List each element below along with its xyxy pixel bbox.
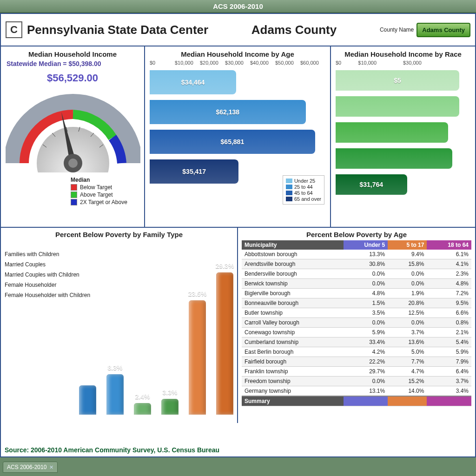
- legend-swatch-icon: [286, 185, 292, 189]
- svg-point-9: [68, 159, 78, 168]
- source-citation: Source: 2006-2010 American Community Sur…: [5, 446, 219, 454]
- sheet-tab-label: ACS 2006-2010: [7, 464, 46, 470]
- table-row[interactable]: Berwick township0.0%0.0%4.8%: [242, 279, 471, 289]
- table-row[interactable]: Conewago township5.9%3.7%2.1%: [242, 328, 471, 337]
- gauge-value: $56,529.00: [6, 72, 139, 84]
- swatch-red-icon: [71, 184, 77, 191]
- table-row[interactable]: Fairfield borough22.2%7.7%7.9%: [242, 357, 471, 367]
- table-row[interactable]: Bonneauville borough1.5%20.8%9.5%: [242, 298, 471, 308]
- legend-swatch-icon: [286, 191, 292, 195]
- hbar-row: $62,138: [150, 98, 325, 126]
- legend-item: Female Householder: [5, 280, 90, 290]
- legend-item: Married Couples with Children: [5, 270, 90, 280]
- county-picker[interactable]: Adams County: [416, 23, 470, 37]
- hbar-row: $5: [336, 68, 470, 93]
- dashboard-sheet: C Pennsylvania State Data Center Adams C…: [0, 13, 476, 457]
- hbar-row: $65,881: [150, 128, 325, 156]
- income-by-race-axis: $0$10,000$30,000: [336, 60, 470, 66]
- table-header[interactable]: 5 to 17: [388, 240, 427, 250]
- income-by-age-axis: $0$10,000$20,000$30,000$40,000$50,000$60…: [150, 60, 325, 66]
- gauge-title: Median Household Income: [6, 50, 139, 58]
- table-row[interactable]: Butler township3.5%12.5%6.6%: [242, 308, 471, 318]
- table-row[interactable]: Abbottstown borough13.3%9.4%6.1%: [242, 250, 471, 259]
- swatch-green-icon: [71, 192, 77, 198]
- table-header[interactable]: 18 to 64: [427, 240, 471, 250]
- legend-swatch-icon: [286, 197, 292, 201]
- income-by-race-panel: Median Household Income by Race $0$10,00…: [331, 46, 475, 227]
- hbar-bar: [336, 122, 448, 143]
- legend-item: Female Householder with Children: [5, 290, 90, 300]
- column-bar: 2.4%: [134, 403, 151, 415]
- gauge-statewide-label: Statewide Median = $50,398.00: [6, 60, 139, 67]
- income-by-age-panel: Median Household Income by Age $0$10,000…: [145, 46, 331, 227]
- table-header[interactable]: Municipality: [242, 240, 344, 250]
- table-header-row: MunicipalityUnder 55 to 1718 to 64: [242, 240, 471, 250]
- header: C Pennsylvania State Data Center Adams C…: [1, 14, 475, 46]
- table-summary-row[interactable]: Summary: [242, 396, 471, 406]
- gauge-chart: $56,529.00: [6, 72, 139, 205]
- gauge-svg: [6, 84, 140, 172]
- table-row[interactable]: Arendtsville borough30.8%15.8%4.1%: [242, 259, 471, 269]
- hbar-row: [336, 146, 470, 171]
- table-row[interactable]: Freedom township0.0%15.2%3.7%: [242, 377, 471, 386]
- poverty-by-family-chart: Families with ChildrenMarried CouplesMar…: [5, 245, 233, 415]
- table-row[interactable]: Bendersville borough0.0%0.0%2.3%: [242, 269, 471, 279]
- gauge-legend-2x: 2X Target or Above: [71, 199, 139, 205]
- hbar-row: $34,464: [150, 68, 325, 96]
- income-by-age-bars: $34,464$62,138$65,881$35,417: [150, 68, 325, 185]
- hbar-bar: $35,417: [150, 159, 238, 184]
- legend-item: Married Couples: [5, 259, 90, 270]
- site-title: Pennsylvania State Data Center: [27, 23, 208, 37]
- column-bar: 29.3%: [216, 272, 233, 415]
- table-row[interactable]: Carroll Valley borough0.0%0.0%0.8%: [242, 318, 471, 328]
- hbar-row: $31,764: [336, 172, 470, 197]
- hbar-row: [336, 120, 470, 145]
- hbar-bar: $5: [336, 70, 459, 91]
- app-title-bar: ACS 2006-2010: [0, 0, 476, 13]
- income-by-age-title: Median Household Income by Age: [150, 50, 325, 58]
- gauge-panel: Median Household Income Statewide Median…: [1, 46, 145, 227]
- poverty-by-family-legend: Families with ChildrenMarried CouplesMar…: [5, 249, 90, 300]
- income-by-age-legend: Under 2525 to 4445 to 6465 and over: [283, 175, 324, 205]
- county-title: Adams County: [208, 23, 380, 37]
- gauge-legend: Median Below Target Above Target 2X Targ…: [6, 177, 139, 205]
- poverty-by-age-table: MunicipalityUnder 55 to 1718 to 64 Abbot…: [242, 240, 471, 406]
- gauge-legend-header: Median: [71, 177, 139, 183]
- table-row[interactable]: Cumberland township33.4%13.6%5.4%: [242, 337, 471, 347]
- income-by-race-bars: $5$31,764: [336, 68, 470, 197]
- close-icon[interactable]: ✕: [49, 464, 53, 470]
- gauge-legend-below: Below Target: [71, 184, 139, 191]
- swatch-blue-icon: [71, 199, 77, 205]
- table-row[interactable]: East Berlin borough4.2%5.0%5.9%: [242, 347, 471, 357]
- hbar-bar: [336, 148, 452, 169]
- legend-swatch-icon: [286, 178, 292, 183]
- hbar-bar: $65,881: [150, 130, 315, 154]
- hbar-row: [336, 94, 470, 119]
- sheet-tab[interactable]: ACS 2006-2010 ✕: [3, 462, 58, 473]
- poverty-by-age-title: Percent Below Poverty by Age: [242, 231, 471, 238]
- column-bar: [79, 385, 96, 415]
- hbar-bar: $31,764: [336, 174, 407, 195]
- table-row[interactable]: Franklin township29.7%4.7%6.4%: [242, 367, 471, 377]
- hbar-bar: $62,138: [150, 100, 306, 124]
- column-bar: 8.3%: [106, 374, 124, 415]
- table-row[interactable]: Biglerville borough4.8%1.9%7.2%: [242, 289, 471, 298]
- hbar-bar: [336, 96, 459, 117]
- logo-icon: C: [6, 21, 22, 38]
- table-row[interactable]: Germany township13.1%14.0%3.4%: [242, 386, 471, 397]
- table-header[interactable]: Under 5: [344, 240, 388, 250]
- poverty-by-age-panel: Percent Below Poverty by Age Municipalit…: [238, 228, 475, 423]
- sheet-tab-bar: ACS 2006-2010 ✕: [0, 458, 476, 476]
- column-bar: 23.5%: [189, 300, 206, 415]
- poverty-by-family-panel: Percent Below Poverty by Family Type Fam…: [1, 228, 238, 423]
- hbar-bar: $34,464: [150, 70, 236, 94]
- poverty-by-family-title: Percent Below Poverty by Family Type: [5, 231, 233, 238]
- county-picker-label: County Name: [380, 26, 414, 33]
- gauge-legend-above: Above Target: [71, 192, 139, 198]
- column-bar: 3.3%: [161, 399, 178, 415]
- legend-item: Families with Children: [5, 249, 90, 259]
- income-by-race-title: Median Household Income by Race: [336, 50, 470, 58]
